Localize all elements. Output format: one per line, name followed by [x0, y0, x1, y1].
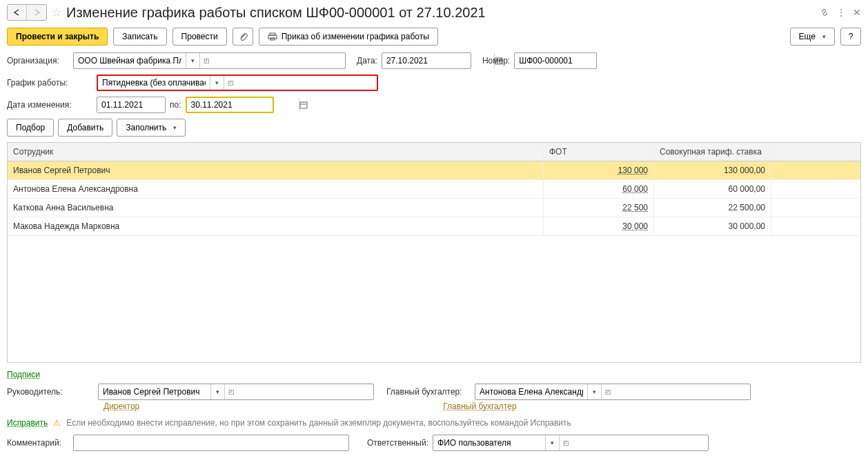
dropdown-icon[interactable]: ▾: [545, 435, 559, 450]
org-label: Организация:: [7, 56, 69, 66]
th-rate[interactable]: Совокупная тариф. ставка: [653, 143, 771, 161]
table-row[interactable]: Антонова Елена Александровна60 00060 000…: [8, 180, 860, 199]
comment-input[interactable]: [74, 435, 186, 450]
save-button[interactable]: Записать: [113, 28, 166, 46]
date-input[interactable]: [382, 53, 494, 68]
cell-tail: [771, 161, 860, 179]
dropdown-icon[interactable]: ▾: [587, 384, 601, 399]
date-input-group: [382, 52, 471, 69]
change-date-input-group: [97, 97, 166, 113]
signatures-link[interactable]: Подписи: [7, 370, 40, 379]
th-employee[interactable]: Сотрудник: [8, 143, 543, 161]
cell-tail: [771, 199, 860, 217]
table-row[interactable]: Макова Надежда Марковна30 00030 000,00: [8, 217, 860, 236]
attachment-button[interactable]: [233, 28, 253, 46]
add-button[interactable]: Добавить: [58, 119, 112, 137]
more-button[interactable]: Еще: [790, 28, 835, 46]
print-order-label: Приказ об изменении графика работы: [282, 32, 429, 41]
th-tail: [771, 143, 860, 161]
post-button[interactable]: Провести: [172, 28, 227, 46]
back-button[interactable]: [8, 5, 27, 20]
calendar-icon[interactable]: [299, 98, 308, 112]
org-input-group: ▾ ◰: [73, 52, 346, 69]
dropdown-icon[interactable]: ▾: [210, 384, 224, 399]
forward-button[interactable]: [27, 5, 46, 20]
svg-rect-7: [300, 102, 307, 108]
to-date-input-group: [186, 97, 274, 113]
cell-rate: 60 000,00: [653, 180, 771, 198]
correction-text: Если необходимо внести исправление, но п…: [66, 418, 571, 428]
number-input[interactable]: [515, 53, 627, 68]
open-icon[interactable]: ◰: [601, 384, 615, 399]
kebab-icon[interactable]: ⋮: [836, 7, 846, 18]
cell-fot[interactable]: 130 000: [543, 161, 653, 179]
to-date-input[interactable]: [187, 98, 299, 112]
cell-tail: [771, 217, 860, 235]
dropdown-icon[interactable]: ▾: [210, 76, 224, 90]
print-order-button[interactable]: Приказ об изменении графика работы: [259, 28, 438, 46]
help-button[interactable]: ?: [840, 28, 861, 46]
manager-input[interactable]: [99, 384, 210, 399]
table-row[interactable]: Иванов Сергей Петрович130 000130 000,00: [8, 161, 860, 180]
manager-role-link[interactable]: Директор: [103, 401, 139, 411]
table-row[interactable]: Каткова Анна Васильевна22 50022 500,00: [8, 199, 860, 217]
org-input[interactable]: [74, 53, 186, 68]
schedule-input[interactable]: [98, 76, 210, 90]
table-body: Иванов Сергей Петрович130 000130 000,00А…: [8, 161, 860, 362]
cell-employee: Каткова Анна Васильевна: [8, 199, 543, 217]
cell-employee: Антонова Елена Александровна: [8, 180, 543, 198]
cell-tail: [771, 180, 860, 198]
chief-acc-role-link[interactable]: Главный бухгалтер: [443, 401, 516, 411]
open-icon[interactable]: ◰: [199, 53, 213, 68]
open-icon[interactable]: ◰: [559, 435, 573, 450]
post-and-close-button[interactable]: Провести и закрыть: [7, 28, 108, 46]
dropdown-icon[interactable]: ▾: [186, 53, 199, 68]
paperclip-icon: [238, 32, 248, 41]
printer-icon: [268, 32, 277, 41]
responsible-input-group: ▾ ◰: [433, 435, 709, 451]
comment-label: Комментарий:: [7, 438, 69, 448]
manager-label: Руководитель:: [7, 387, 92, 397]
chief-acc-input-group: ▾ ◰: [475, 384, 751, 400]
cell-employee: Макова Надежда Марковна: [8, 217, 543, 235]
manager-input-group: ▾ ◰: [98, 384, 374, 400]
link-icon[interactable]: [820, 8, 829, 17]
employee-table: Сотрудник ФОТ Совокупная тариф. ставка И…: [7, 142, 861, 363]
cell-employee: Иванов Сергей Петрович: [8, 161, 543, 179]
to-label: по:: [170, 100, 181, 110]
date-label: Дата:: [357, 56, 377, 66]
chief-acc-input[interactable]: [475, 384, 587, 399]
open-icon[interactable]: ◰: [224, 76, 237, 90]
cell-fot[interactable]: 22 500: [543, 199, 653, 217]
number-label: Номер:: [482, 56, 510, 66]
th-fot[interactable]: ФОТ: [543, 143, 653, 161]
comment-input-group: [73, 435, 349, 451]
nav-group: [7, 4, 47, 21]
cell-rate: 22 500,00: [653, 199, 771, 217]
close-icon[interactable]: ✕: [853, 7, 861, 18]
pick-button[interactable]: Подбор: [7, 119, 54, 137]
chief-acc-label: Главный бухгалтер:: [386, 387, 469, 397]
warning-icon: ⚠: [53, 418, 61, 428]
schedule-input-group: ▾ ◰: [97, 74, 378, 91]
schedule-label: График работы:: [7, 78, 92, 88]
fill-button[interactable]: Заполнить: [117, 119, 186, 137]
cell-rate: 30 000,00: [653, 217, 771, 235]
correct-link[interactable]: Исправить: [7, 418, 48, 428]
cell-fot[interactable]: 60 000: [543, 180, 653, 198]
favorite-icon[interactable]: ☆: [51, 5, 62, 20]
number-input-group: [514, 52, 597, 69]
responsible-label: Ответственный:: [367, 438, 428, 448]
cell-fot[interactable]: 30 000: [543, 217, 653, 235]
change-date-label: Дата изменения:: [7, 100, 92, 110]
open-icon[interactable]: ◰: [224, 384, 238, 399]
cell-rate: 130 000,00: [653, 161, 771, 179]
table-header: Сотрудник ФОТ Совокупная тариф. ставка: [8, 143, 860, 161]
page-title: Изменение графика работы списком ШФ00-00…: [66, 5, 816, 21]
responsible-input[interactable]: [433, 435, 545, 450]
